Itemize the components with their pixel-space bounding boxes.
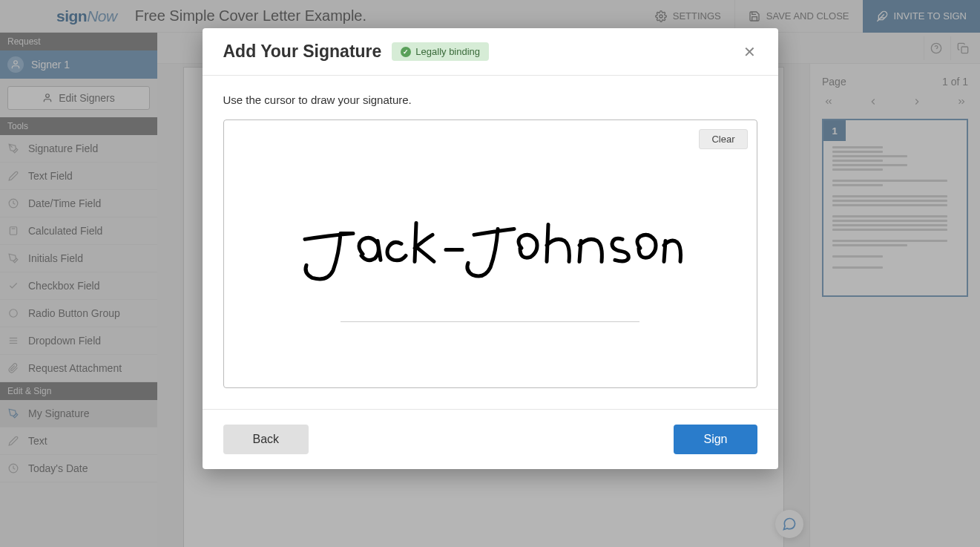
sign-button[interactable]: Sign [674, 425, 757, 454]
add-signature-modal: Add Your Signature ✓ Legally binding ✕ U… [203, 28, 778, 469]
badge-label: Legally binding [415, 46, 480, 57]
signature-instruction: Use the cursor to draw your signature. [223, 94, 757, 106]
signature-baseline [341, 321, 639, 322]
clear-signature-button[interactable]: Clear [699, 129, 747, 149]
modal-body: Use the cursor to draw your signature. C… [203, 76, 778, 409]
legally-binding-badge: ✓ Legally binding [392, 42, 489, 61]
modal-title: Add Your Signature [223, 42, 382, 62]
signature-drawing [297, 202, 683, 291]
signature-pad[interactable]: Clear [223, 119, 757, 388]
shield-check-icon: ✓ [401, 47, 411, 57]
close-icon[interactable]: ✕ [743, 45, 757, 59]
back-button[interactable]: Back [223, 425, 309, 454]
modal-overlay: Add Your Signature ✓ Legally binding ✕ U… [0, 0, 980, 547]
modal-header: Add Your Signature ✓ Legally binding ✕ [203, 28, 778, 76]
modal-footer: Back Sign [203, 409, 778, 469]
